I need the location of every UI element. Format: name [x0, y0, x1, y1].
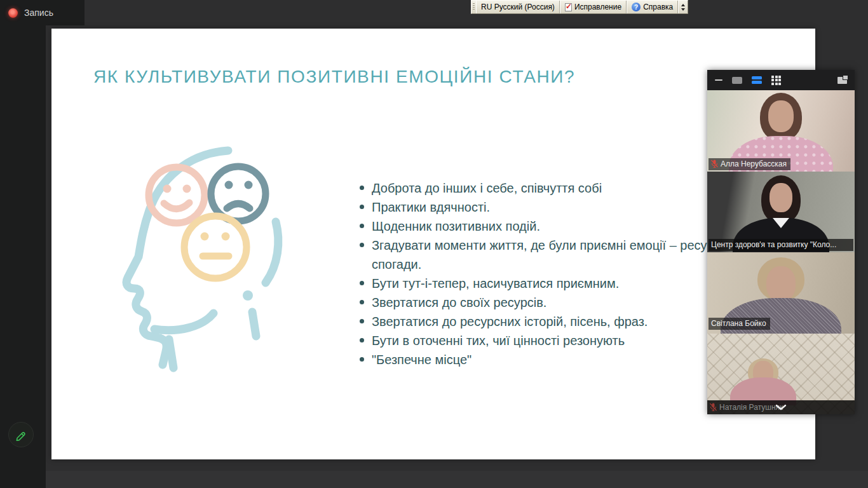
video-panel: Алла Нерубасская Центр здоров'я та розви…: [707, 70, 855, 414]
minimize-panel-icon[interactable]: [715, 79, 722, 81]
slide-title: ЯК КУЛЬТИВУВАТИ ПОЗИТИВНІ ЕМОЦІЙНІ СТАНИ…: [93, 67, 796, 87]
recording-dot-icon: [8, 8, 18, 18]
pencil-icon: [15, 428, 28, 442]
shared-slide: ЯК КУЛЬТИВУВАТИ ПОЗИТИВНІ ЕМОЦІЙНІ СТАНИ…: [51, 29, 815, 459]
participant-tile-center-kolo[interactable]: Центр здоров'я та розвитку "Коло...: [707, 172, 855, 253]
language-bar-grip[interactable]: [473, 3, 475, 11]
arrow-down-icon: [681, 8, 685, 11]
correction-button[interactable]: Исправление: [560, 1, 627, 13]
chevron-down-icon: [775, 404, 787, 410]
bullet-item: Згадувати моменти життя, де були приємні…: [358, 236, 747, 274]
language-bar: RU Русский (Россия) Исправление ? Справк…: [471, 0, 688, 14]
participant-tile-natalia[interactable]: Наталія Ратушняк: [707, 334, 855, 415]
language-bar-options-button[interactable]: [678, 1, 688, 13]
language-selector[interactable]: RU Русский (Россия): [476, 1, 560, 13]
scroll-participants-button[interactable]: [774, 402, 788, 412]
gallery-view-icon[interactable]: [771, 76, 781, 85]
correction-icon: [565, 3, 572, 11]
participant-tile-alla[interactable]: Алла Нерубасская: [707, 90, 855, 172]
participant-tile-svitlana[interactable]: Світлана Бойко: [707, 252, 855, 334]
muted-mic-icon: [710, 403, 717, 411]
participant-name-label: Центр здоров'я та розвитку "Коло...: [709, 239, 853, 251]
help-icon: ?: [632, 3, 641, 11]
annotation-pencil-button[interactable]: [8, 422, 34, 447]
popout-panel-icon[interactable]: [837, 77, 847, 84]
head-emotions-illustration: [115, 138, 325, 386]
speaker-view-icon[interactable]: [732, 77, 742, 84]
app-background-left: [0, 0, 46, 488]
recording-label: Запись: [24, 8, 53, 18]
bottom-bar: [46, 471, 868, 488]
help-label: Справка: [643, 3, 673, 11]
participant-name-label: Світлана Бойко: [709, 318, 770, 330]
participant-name-label: Алла Нерубасская: [709, 158, 790, 170]
recording-indicator: Запись: [0, 0, 85, 25]
video-panel-header: [707, 70, 855, 90]
strip-view-icon[interactable]: [752, 76, 762, 84]
arrow-up-icon: [681, 4, 685, 6]
correction-label: Исправление: [574, 3, 621, 11]
muted-mic-icon: [711, 159, 718, 168]
neutral-face-icon: [184, 216, 247, 278]
help-button[interactable]: ? Справка: [627, 1, 678, 13]
participant-tiles: Алла Нерубасская Центр здоров'я та розви…: [707, 90, 855, 414]
